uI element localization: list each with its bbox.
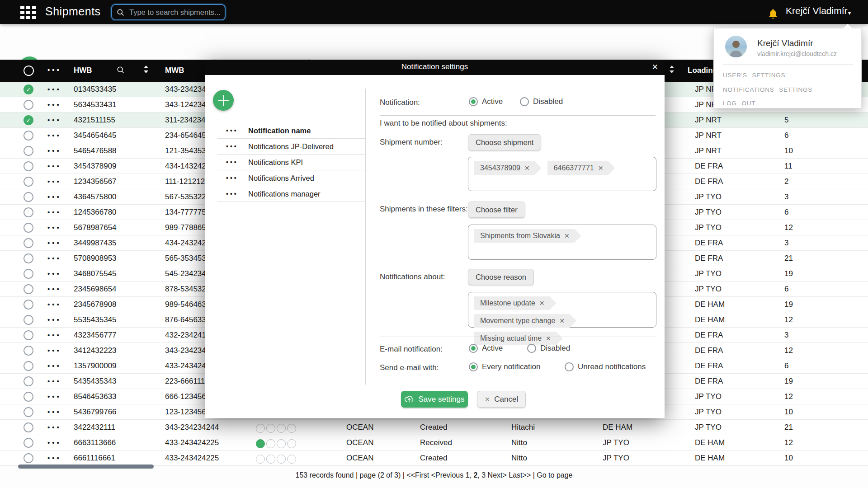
- row-checkbox[interactable]: [24, 315, 33, 325]
- row-actions-icon[interactable]: •••: [47, 82, 61, 97]
- row-actions-icon[interactable]: •••: [47, 189, 61, 204]
- choose-filter-button[interactable]: Choose filter: [468, 202, 525, 218]
- row-actions-icon[interactable]: •••: [47, 205, 61, 220]
- table-row[interactable]: ••• 6663113666 433-243424225 OCEAN Recei…: [0, 435, 868, 450]
- column-header-hwb[interactable]: HWB: [74, 66, 92, 75]
- filter-tags-box[interactable]: Shipments from Slovakia✕: [468, 225, 656, 260]
- row-actions-icon[interactable]: •••: [47, 343, 61, 358]
- row-actions-icon[interactable]: •••: [47, 435, 61, 450]
- reason-tags-box[interactable]: Milestone update✕Movement type change✕Mi…: [468, 292, 656, 328]
- notification-list-item[interactable]: ••• Notifications JP-Delivered: [217, 139, 365, 155]
- table-row[interactable]: ••• 3422432111 343-234234244 OCEAN Creat…: [0, 420, 868, 435]
- horizontal-scrollbar[interactable]: [18, 465, 154, 469]
- email-active-option[interactable]: Active: [469, 344, 503, 353]
- row-checkbox[interactable]: [24, 269, 33, 279]
- row-checkbox[interactable]: [24, 100, 33, 110]
- tag-remove-icon[interactable]: ✕: [546, 335, 551, 342]
- radio-email-disabled[interactable]: [527, 344, 536, 353]
- row-actions-icon[interactable]: •••: [47, 282, 61, 296]
- column-search-icon[interactable]: [117, 66, 125, 74]
- save-settings-button[interactable]: Save settings: [401, 391, 468, 408]
- select-all-checkbox[interactable]: [24, 66, 34, 76]
- row-actions-icon[interactable]: •••: [47, 159, 61, 174]
- row-checkbox[interactable]: [24, 346, 33, 356]
- item-actions-icon[interactable]: •••: [226, 139, 238, 154]
- tag-remove-icon[interactable]: ✕: [524, 164, 530, 172]
- row-actions-icon[interactable]: •••: [47, 450, 61, 465]
- radio-email-active[interactable]: [469, 344, 478, 353]
- sort-icon-hwb[interactable]: [144, 66, 148, 73]
- row-checkbox[interactable]: [24, 407, 33, 417]
- row-actions-icon[interactable]: •••: [47, 266, 61, 281]
- row-checkbox[interactable]: [24, 361, 33, 371]
- row-checkbox[interactable]: [24, 223, 33, 233]
- tag-chip[interactable]: 6466377771✕: [547, 161, 615, 175]
- menu-item-notifications-settings[interactable]: NOTIFICATIONS SETTINGS: [723, 86, 812, 93]
- menu-item-log-out[interactable]: LOG OUT: [723, 100, 755, 107]
- row-checkbox[interactable]: [24, 392, 33, 402]
- tag-chip[interactable]: Milestone update✕: [474, 296, 557, 310]
- tag-remove-icon[interactable]: ✕: [598, 164, 604, 172]
- user-caret-down-icon[interactable]: ▾: [848, 10, 851, 16]
- user-menu-trigger[interactable]: Krejčí Vladimír: [786, 5, 848, 16]
- row-actions-icon[interactable]: •••: [47, 174, 61, 189]
- row-checkbox[interactable]: [24, 330, 33, 340]
- row-actions-icon[interactable]: •••: [47, 235, 61, 250]
- sort-icon-loading[interactable]: [670, 66, 674, 73]
- row-checkbox[interactable]: [24, 146, 33, 156]
- add-notification-button[interactable]: [213, 90, 234, 111]
- row-checkbox[interactable]: ✓: [24, 84, 33, 94]
- row-checkbox[interactable]: [24, 422, 33, 432]
- cancel-button[interactable]: ✕ Cancel: [477, 391, 526, 408]
- row-checkbox[interactable]: [24, 192, 33, 202]
- row-actions-icon[interactable]: •••: [47, 113, 61, 127]
- row-actions-icon[interactable]: •••: [47, 312, 61, 327]
- row-actions-icon[interactable]: •••: [47, 220, 61, 235]
- shipment-tags-box[interactable]: 3454378909✕6466377771✕: [468, 157, 656, 191]
- row-actions-icon[interactable]: •••: [47, 143, 61, 158]
- row-actions-icon[interactable]: •••: [47, 358, 61, 373]
- pagination-page-3[interactable]: , 3: [477, 471, 486, 479]
- goto-page-link[interactable]: Go to page: [537, 471, 572, 479]
- row-actions-icon[interactable]: •••: [47, 374, 61, 389]
- row-actions-icon[interactable]: •••: [47, 97, 61, 112]
- pagination-first[interactable]: <<First: [406, 471, 429, 479]
- menu-item-users-settings[interactable]: USER'S SETTINGS: [723, 72, 785, 79]
- email-disabled-option[interactable]: Disabled: [527, 344, 570, 353]
- tag-remove-icon[interactable]: ✕: [559, 317, 565, 324]
- row-checkbox[interactable]: [24, 453, 33, 463]
- item-actions-icon[interactable]: •••: [226, 186, 238, 202]
- item-actions-icon[interactable]: •••: [226, 123, 238, 138]
- row-actions-icon[interactable]: •••: [47, 404, 61, 419]
- send-every-option[interactable]: Every notification: [469, 362, 540, 371]
- row-checkbox[interactable]: [24, 300, 33, 310]
- send-unread-option[interactable]: Unread notifications: [565, 362, 646, 371]
- pagination-next[interactable]: Next>: [488, 471, 507, 479]
- row-checkbox[interactable]: [24, 438, 33, 448]
- pagination-last[interactable]: Last>>: [509, 471, 531, 479]
- pagination-previous[interactable]: <Previous: [431, 471, 464, 479]
- row-actions-icon[interactable]: •••: [47, 251, 61, 266]
- table-row[interactable]: ••• 6661116661 433-243424225 OCEAN Creat…: [0, 450, 868, 466]
- radio-active[interactable]: [469, 97, 478, 106]
- row-checkbox[interactable]: [24, 177, 33, 187]
- row-checkbox[interactable]: [24, 376, 33, 386]
- row-actions-icon[interactable]: •••: [47, 297, 61, 312]
- notification-list-item[interactable]: ••• Notifications KPI: [217, 155, 365, 170]
- row-actions-icon[interactable]: •••: [47, 128, 61, 143]
- choose-shipment-button[interactable]: Choose shipment: [468, 134, 541, 150]
- row-actions-icon[interactable]: •••: [47, 389, 61, 404]
- tag-chip[interactable]: Missing actual time✕: [474, 332, 563, 345]
- radio-disabled[interactable]: [520, 97, 529, 106]
- notification-list-item[interactable]: ••• Notifications manager: [217, 186, 365, 202]
- row-checkbox[interactable]: [24, 161, 33, 171]
- modal-close-icon[interactable]: ✕: [652, 62, 658, 72]
- row-actions-icon[interactable]: •••: [47, 328, 61, 343]
- notification-active-option[interactable]: Active: [469, 97, 503, 106]
- pagination-page-1[interactable]: 1,: [466, 471, 472, 479]
- tag-remove-icon[interactable]: ✕: [539, 300, 545, 307]
- row-checkbox[interactable]: [24, 207, 33, 217]
- item-actions-icon[interactable]: •••: [226, 155, 238, 170]
- radio-send-every[interactable]: [469, 362, 478, 371]
- row-checkbox[interactable]: [24, 238, 33, 248]
